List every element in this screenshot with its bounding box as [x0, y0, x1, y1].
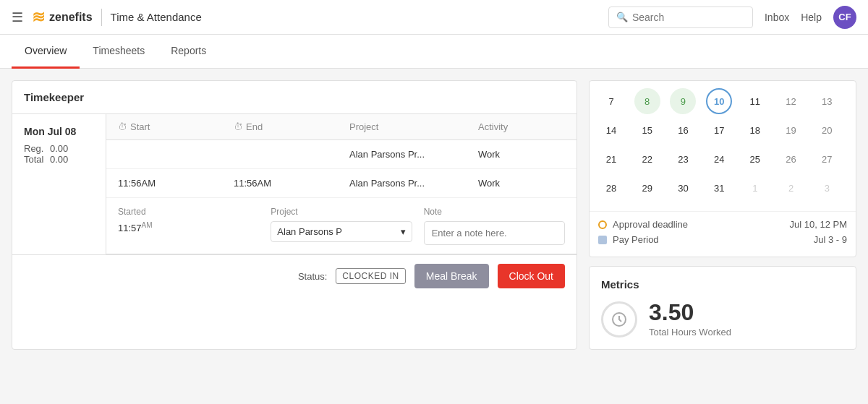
avatar[interactable]: CF — [833, 6, 856, 29]
timekeeper-body: Mon Jul 08 Reg. 0.00 Total 0.00 ⏱ Start — [12, 114, 576, 254]
calendar-legend: Approval deadline Jul 10, 12 PM Pay Peri… — [590, 211, 856, 257]
calendar-week-1: 7 8 9 10 11 12 13 — [598, 88, 847, 114]
cal-day-24[interactable]: 24 — [706, 146, 732, 172]
search-icon: 🔍 — [616, 12, 628, 22]
end-clock-icon: ⏱ — [234, 121, 243, 132]
cal-day-12[interactable]: 12 — [778, 88, 804, 114]
row1-start — [118, 149, 234, 160]
note-section: Note — [424, 207, 565, 245]
col-end: ⏱ End — [234, 121, 349, 132]
pay-period-dot — [598, 236, 607, 244]
reg-value: 0.00 — [50, 143, 68, 154]
row2-start: 11:56AM — [118, 178, 234, 189]
cal-day-18[interactable]: 18 — [742, 117, 768, 143]
calendar-week-3: 21 22 23 24 25 26 27 — [598, 146, 847, 172]
metrics-card: Metrics 3.50 Total Hours Worked — [589, 266, 856, 350]
total-value: 0.00 — [50, 154, 68, 165]
cal-day-14[interactable]: 14 — [598, 117, 624, 143]
col-project: Project — [349, 121, 478, 132]
cal-day-10[interactable]: 10 — [706, 88, 732, 114]
reg-label: Reg. — [24, 143, 46, 154]
cal-day-1-next[interactable]: 1 — [742, 175, 768, 201]
timekeeper-title: Timekeeper — [12, 81, 576, 114]
pay-period-date: Jul 3 - 9 — [814, 234, 847, 245]
page-title: Time & Attendance — [111, 11, 202, 23]
ts-column-headers: ⏱ Start ⏱ End Project Activity — [106, 114, 576, 140]
clock-out-button[interactable]: Clock Out — [498, 264, 565, 288]
logo-icon: ≋ — [32, 8, 45, 27]
start-clock-icon: ⏱ — [118, 121, 127, 132]
total-row: Total 0.00 — [24, 154, 94, 165]
status-label: Status: — [298, 271, 327, 282]
table-row: 11:56AM 11:56AM Alan Parsons Pr... Work — [106, 169, 576, 198]
calendar-week-2: 14 15 16 17 18 19 20 — [598, 117, 847, 143]
started-label: Started — [118, 207, 259, 217]
tab-timesheets[interactable]: Timesheets — [80, 35, 158, 69]
project-section: Project Alan Parsons P ▾ — [271, 207, 412, 245]
approval-deadline-dot — [598, 220, 607, 229]
nav-divider — [101, 9, 102, 26]
right-panel: 7 8 9 10 11 12 13 14 15 16 17 18 19 20 — [589, 80, 856, 350]
bottom-action-bar: Status: CLOCKED IN Meal Break Clock Out — [12, 254, 576, 297]
help-link[interactable]: Help — [801, 12, 822, 23]
cal-day-20[interactable]: 20 — [814, 117, 840, 143]
timesheet-area: ⏱ Start ⏱ End Project Activity — [106, 114, 576, 254]
note-label: Note — [424, 207, 565, 217]
entry-grid: Started 11:57AM Project Alan Parsons P ▾ — [118, 207, 565, 245]
cal-day-8[interactable]: 8 — [634, 88, 660, 114]
cal-day-23[interactable]: 23 — [670, 146, 696, 172]
logo-text: zenefits — [49, 11, 93, 24]
legend-approval: Approval deadline Jul 10, 12 PM — [598, 219, 847, 230]
project-select[interactable]: Alan Parsons P ▾ — [271, 221, 412, 242]
cal-day-9[interactable]: 9 — [670, 88, 696, 114]
project-label: Project — [271, 207, 412, 217]
tab-overview[interactable]: Overview — [12, 35, 80, 69]
row1-activity: Work — [478, 149, 565, 160]
started-value: 11:57AM — [118, 221, 259, 233]
calendar-grid: 7 8 9 10 11 12 13 14 15 16 17 18 19 20 — [590, 81, 856, 211]
cal-day-26[interactable]: 26 — [778, 146, 804, 172]
started-section: Started 11:57AM — [118, 207, 259, 245]
cal-day-16[interactable]: 16 — [670, 117, 696, 143]
pay-period-label: Pay Period — [613, 234, 659, 245]
cal-day-15[interactable]: 15 — [634, 117, 660, 143]
approval-deadline-label: Approval deadline — [613, 219, 688, 230]
timekeeper-panel: Timekeeper Mon Jul 08 Reg. 0.00 Total 0.… — [12, 80, 577, 350]
top-navigation: ☰ ≋ zenefits Time & Attendance 🔍 Inbox H… — [0, 0, 868, 35]
metrics-info: 3.50 Total Hours Worked — [649, 301, 731, 338]
cal-day-21[interactable]: 21 — [598, 146, 624, 172]
row2-end: 11:56AM — [234, 178, 349, 189]
row1-end — [234, 149, 349, 160]
menu-icon[interactable]: ☰ — [12, 9, 23, 25]
cal-day-28[interactable]: 28 — [598, 175, 624, 201]
tab-reports[interactable]: Reports — [158, 35, 219, 69]
row1-project: Alan Parsons Pr... — [349, 149, 478, 160]
cal-day-22[interactable]: 22 — [634, 146, 660, 172]
cal-day-31[interactable]: 31 — [706, 175, 732, 201]
cal-day-3-next[interactable]: 3 — [814, 175, 840, 201]
cal-day-19[interactable]: 19 — [778, 117, 804, 143]
cal-day-30[interactable]: 30 — [670, 175, 696, 201]
cal-day-29[interactable]: 29 — [634, 175, 660, 201]
clock-icon — [601, 301, 637, 338]
cal-day-13[interactable]: 13 — [814, 88, 840, 114]
cal-day-17[interactable]: 17 — [706, 117, 732, 143]
meal-break-button[interactable]: Meal Break — [414, 264, 489, 288]
search-input[interactable] — [632, 12, 745, 23]
inbox-link[interactable]: Inbox — [765, 12, 789, 23]
cal-day-7[interactable]: 7 — [598, 88, 624, 114]
cal-day-2-next[interactable]: 2 — [778, 175, 804, 201]
search-box[interactable]: 🔍 — [608, 7, 753, 28]
cal-day-11[interactable]: 11 — [742, 88, 768, 114]
cal-day-27[interactable]: 27 — [814, 146, 840, 172]
entry-row: Started 11:57AM Project Alan Parsons P ▾ — [106, 198, 576, 254]
note-input[interactable] — [424, 221, 565, 245]
col-start: ⏱ Start — [118, 121, 234, 132]
legend-pay-period: Pay Period Jul 3 - 9 — [598, 234, 847, 245]
date-label: Mon Jul 08 — [24, 126, 94, 137]
calendar-card: 7 8 9 10 11 12 13 14 15 16 17 18 19 20 — [589, 80, 856, 257]
calendar-week-4: 28 29 30 31 1 2 3 — [598, 175, 847, 201]
cal-day-25[interactable]: 25 — [742, 146, 768, 172]
total-label: Total — [24, 154, 46, 165]
chevron-down-icon: ▾ — [401, 226, 406, 237]
